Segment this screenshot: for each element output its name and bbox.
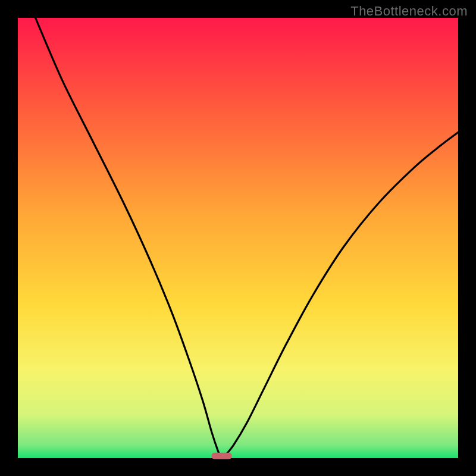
watermark-text: TheBottleneck.com: [350, 4, 468, 19]
bottleneck-chart: [0, 0, 476, 476]
plot-background: [18, 18, 458, 458]
bottom-marker: [212, 453, 232, 459]
chart-root: TheBottleneck.com: [0, 0, 476, 476]
